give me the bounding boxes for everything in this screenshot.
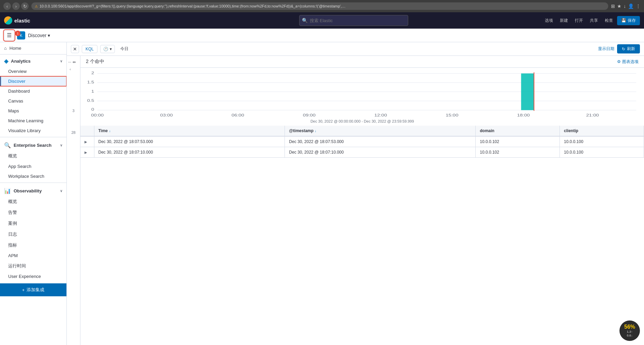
canvas-label: Canvas (8, 98, 23, 104)
filter-right-actions: 显示日期 ↻ 刷新 (598, 44, 640, 53)
perf-upload: 1.3↑ (627, 330, 632, 334)
row-expand-button-2[interactable]: ▶ (85, 151, 87, 154)
elastic-logo-text: elastic (14, 18, 30, 23)
sidebar-item-visualize-library[interactable]: Visualize Library (0, 126, 66, 136)
sidebar-item-obs-overview[interactable]: 概览 (0, 196, 66, 207)
sidebar-item-metrics[interactable]: 指标 (0, 240, 66, 251)
svg-text:09:00: 09:00 (303, 113, 316, 117)
sidebar-item-canvas[interactable]: Canvas (0, 96, 66, 106)
timestamp-column-label: @timestamp (289, 128, 313, 133)
sidebar-item-uptime[interactable]: 运行时间 (0, 261, 66, 271)
save-button[interactable]: 💾 保存 (617, 16, 640, 25)
sidebar-item-cases[interactable]: 案例 (0, 218, 66, 229)
performance-indicator: 56% 1.3↑ 0.6↓ (619, 320, 640, 341)
inspect-button[interactable]: 检查 (602, 16, 616, 25)
sidebar-item-apm[interactable]: APM (0, 251, 66, 261)
app-name-chevron-icon: ▾ (48, 33, 50, 38)
refresh-button[interactable]: ↻ (21, 2, 29, 10)
analytics-icon: ◈ (4, 58, 8, 64)
enterprise-search-section-left: 🔍 Enterprise Search (4, 142, 51, 148)
row-gutter: ··· ⇔ ‹ 3 28 (67, 56, 80, 345)
chart-options-button[interactable]: ⚙ 图表选项 (617, 59, 639, 65)
open-button[interactable]: 打开 (572, 16, 586, 25)
sidebar-item-enterprise-overview[interactable]: 概览 (0, 151, 66, 161)
sidebar-item-alerts[interactable]: 告警 (0, 207, 66, 218)
svg-text:1: 1 (91, 89, 94, 93)
sidebar-item-user-experience[interactable]: User Experience (0, 271, 66, 281)
kql-button[interactable]: KQL (82, 45, 97, 53)
user-icon[interactable]: 👤 (628, 3, 634, 9)
sidebar-item-dashboard[interactable]: Dashboard (0, 86, 66, 96)
forward-button[interactable]: › (12, 2, 20, 10)
address-bar[interactable]: ⚠ 10.0.0.100:5601/app/discover#/?_g=(fil… (31, 2, 608, 10)
filter-close-button[interactable]: ✕ (71, 45, 79, 53)
sidebar-collapse-button[interactable]: ‹ (67, 66, 74, 73)
enterprise-divider (0, 183, 66, 183)
add-cluster-icon: + (22, 287, 25, 293)
refresh-icon: ↻ (622, 47, 625, 51)
clock-icon: 🕐 (103, 47, 108, 51)
refresh-label: 刷新 (627, 46, 635, 52)
table-row: ▶ Dec 30, 2022 @ 18:07:10.000 Dec 30, 20… (80, 147, 644, 158)
dots-icon: ··· (68, 60, 71, 64)
data-table: Time ↓ @timestamp ↓ domain cli (80, 126, 644, 158)
svg-text:18:00: 18:00 (517, 113, 530, 117)
save-label: 保存 (628, 18, 636, 23)
svg-text:15:00: 15:00 (446, 113, 458, 117)
sidebar-item-app-search[interactable]: App Search (0, 161, 66, 171)
close-icon: ✕ (73, 46, 77, 52)
add-cluster-label: 添加集成 (27, 287, 44, 293)
data-panel: ··· ⇔ ‹ 3 28 2 个命中 ⚙ 图表选项 (67, 56, 644, 345)
count-header: 2 个命中 ⚙ 图表选项 (80, 56, 644, 68)
enterprise-search-icon: 🔍 (4, 142, 11, 148)
add-cluster-button[interactable]: + 添加集成 (0, 283, 66, 296)
show-date-button[interactable]: 显示日期 (598, 46, 614, 52)
analytics-label: Analytics (11, 59, 31, 64)
download-icon[interactable]: ↓ (624, 3, 626, 9)
row-expand-button-1[interactable]: ▶ (85, 140, 87, 144)
sidebar-item-workplace-search[interactable]: Workplace Search (0, 171, 66, 181)
svg-text:1.5: 1.5 (87, 80, 94, 84)
refresh-button[interactable]: ↻ 刷新 (617, 44, 640, 53)
new-button[interactable]: 新建 (557, 16, 571, 25)
time-cell-1: Dec 30, 2022 @ 18:07:53.000 (94, 136, 285, 147)
table-row: ▶ Dec 30, 2022 @ 18:07:53.000 Dec 30, 20… (80, 136, 644, 147)
sidebar-item-logs[interactable]: 日志 (0, 229, 66, 240)
today-label: 今日 (118, 45, 131, 53)
timestamp-column-header[interactable]: @timestamp ↓ (285, 126, 476, 136)
sidebar-item-overview[interactable]: Overview (0, 66, 66, 76)
analytics-section-header[interactable]: ◈ Analytics ∨ (0, 54, 66, 66)
enterprise-search-section-header[interactable]: 🔍 Enterprise Search ∨ (0, 139, 66, 151)
time-picker-button[interactable]: 🕐 ▾ (100, 45, 115, 53)
app-name-button[interactable]: Discover ▾ (28, 33, 50, 38)
visualize-library-label: Visualize Library (8, 128, 41, 133)
home-icon: ⌂ (4, 46, 7, 51)
sidebar: ⌂ Home ◈ Analytics ∨ Overview Discover D… (0, 42, 67, 345)
sidebar-item-maps[interactable]: Maps (0, 106, 66, 116)
cases-label: 案例 (8, 220, 17, 226)
sidebar-item-home[interactable]: ⌂ Home (0, 42, 66, 54)
browser-action-icons: ⊞ ★ ↓ 👤 ⋮ (611, 3, 641, 9)
time-column-header[interactable]: Time ↓ (94, 126, 285, 136)
expand-cell-1: ▶ (80, 136, 94, 147)
clientip-cell-2: 10.0.0.100 (560, 147, 644, 158)
perf-download: 0.6↓ (627, 334, 632, 338)
time-cell-2: Dec 30, 2022 @ 18:07:10.000 (94, 147, 285, 158)
share-button[interactable]: 共享 (587, 16, 601, 25)
menu-toggle-button[interactable]: ☰ (4, 30, 14, 41)
sidebar-item-machine-learning[interactable]: Machine Learning (0, 116, 66, 126)
extensions-icon[interactable]: ⊞ (611, 3, 615, 9)
discover-label: Discover (8, 79, 26, 84)
sidebar-item-discover[interactable]: Discover (0, 76, 66, 86)
options-button[interactable]: 选项 (542, 16, 556, 25)
more-icon[interactable]: ⋮ (636, 3, 641, 9)
back-button[interactable]: ‹ (3, 2, 11, 10)
bookmark-icon[interactable]: ★ (617, 3, 622, 9)
observability-section-header[interactable]: 📊 Observability ∨ (0, 184, 66, 196)
app-search-label: App Search (8, 164, 31, 169)
timestamp-cell-1: Dec 30, 2022 @ 18:07:53.000 (285, 136, 476, 147)
clientip-cell-1: 10.0.0.100 (560, 136, 644, 147)
search-input[interactable] (299, 15, 408, 26)
table-header-row: Time ↓ @timestamp ↓ domain cli (80, 126, 644, 136)
enterprise-search-label: Enterprise Search (14, 143, 51, 148)
